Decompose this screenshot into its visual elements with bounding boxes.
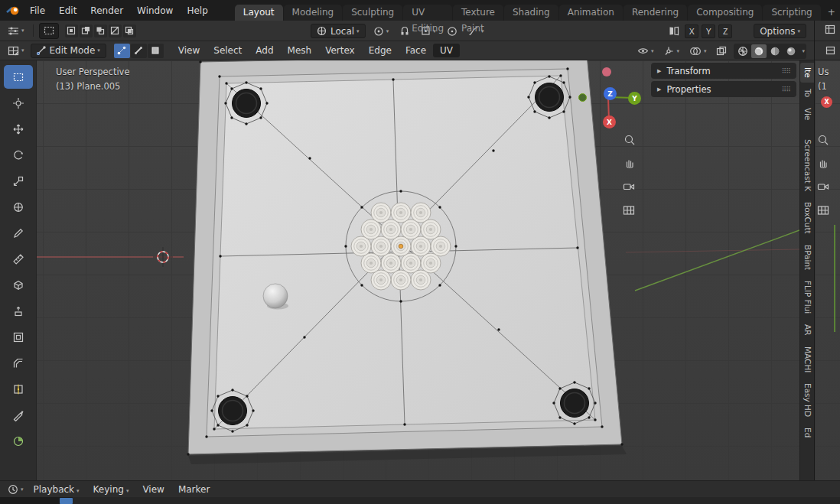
menu-edge[interactable]: Edge [362,44,399,57]
shading-wireframe-icon[interactable] [735,44,750,58]
select-mode-invert-icon[interactable] [109,24,122,37]
workspace-tab-sculpting[interactable]: Sculpting [343,5,402,21]
workspace-tab-layout[interactable]: Layout [235,5,283,21]
viewport-3d[interactable]: User Perspective (13) Plane.005 Z Y X ▶ … [0,60,799,480]
options-dropdown[interactable]: Options ▾ [754,24,806,38]
transform-orientation-dropdown[interactable]: Local ▾ [311,24,366,38]
menu-face[interactable]: Face [399,44,433,57]
tool-select-box[interactable] [4,65,33,89]
select-mode-intersect-icon[interactable] [123,24,136,37]
tool-annotate[interactable] [4,221,33,245]
blender-logo-icon[interactable] [6,5,20,16]
sidebar-tab-edit[interactable]: Ed [800,423,814,442]
menu-keying[interactable]: Keying▾ [86,483,136,496]
workspace-tab-compositing[interactable]: Compositing [688,5,762,21]
face-select-icon[interactable] [148,44,164,58]
sidebar-tab-tool[interactable]: To [800,84,814,102]
select-mode-subtract-icon[interactable] [94,24,107,37]
snap-toggle[interactable] [396,24,413,38]
workspace-tab-modeling[interactable]: Modeling [284,5,343,21]
right-area-header-icon[interactable] [825,46,835,55]
overlays-dropdown[interactable]: ▾ [686,44,710,58]
workspace-tab-rendering[interactable]: Rendering [623,5,687,21]
carrom-board[interactable] [187,60,623,456]
sidebar-tab-ar[interactable]: AR [800,320,814,340]
workspace-tab-uv-editing[interactable]: UV Editing [403,5,452,21]
camera-view-icon[interactable] [815,177,832,196]
pan-hand-icon[interactable] [815,154,832,172]
mirror-z-button[interactable]: Z [718,24,732,38]
xray-toggle[interactable] [713,44,730,58]
panel-grip-icon[interactable]: ⠿⠿ [782,86,790,93]
panel-properties[interactable]: ▶ Properties ⠿⠿ [651,81,796,97]
menu-vertex[interactable]: Vertex [318,44,362,57]
workspace-tab-animation[interactable]: Animation [559,5,623,21]
shading-solid-icon[interactable] [751,44,767,58]
mode-dropdown[interactable]: Edit Mode ▾ [31,44,106,58]
sidebar-tab-machin3[interactable]: MACHI [800,342,814,377]
tool-scale[interactable] [4,169,33,193]
tool-knife[interactable] [4,403,33,427]
selected-keyframe-marker[interactable] [60,498,73,504]
vertex-select-icon[interactable] [114,44,130,58]
gizmo-axis-x-neg[interactable] [602,67,611,76]
viewport-3d-right[interactable]: Us (1 X [815,60,840,480]
workspace-tab-texture-paint[interactable]: Texture Paint [453,5,503,21]
sidebar-tab-easyhdri[interactable]: Easy HD [800,379,814,421]
pivot-point-dropdown[interactable]: ▾ [370,24,392,38]
tool-measure[interactable] [4,247,33,271]
mirror-y-button[interactable]: Y [702,24,715,38]
gizmos-dropdown[interactable]: ▾ [660,44,682,58]
tool-spin[interactable] [4,429,33,453]
sidebar-tab-item[interactable]: Ite [800,63,814,83]
sidebar-tab-bpaint[interactable]: BPaint [800,240,814,275]
tool-extrude[interactable] [4,299,33,323]
gizmo-axis-x[interactable]: X [821,96,832,108]
sidebar-tab-view[interactable]: Vie [800,103,814,125]
edge-select-icon[interactable] [131,44,147,58]
menu-help[interactable]: Help [180,4,214,18]
tool-move[interactable] [4,117,33,141]
menu-window[interactable]: Window [130,4,180,18]
right-area-tool-icon[interactable] [825,24,835,34]
zoom-icon[interactable] [815,131,832,149]
timeline-scrub-strip[interactable] [0,497,840,504]
editor-type-viewport-dropdown[interactable]: ▾ [5,44,28,58]
workspace-tab-scripting[interactable]: Scripting [763,5,820,21]
zoom-icon[interactable] [620,131,639,149]
menu-render[interactable]: Render [83,4,130,18]
tool-bevel[interactable] [4,351,33,375]
menu-select[interactable]: Select [207,44,249,57]
sidebar-tab-screencast[interactable]: Screencast K [800,135,814,196]
gizmo-axis-z[interactable]: Z [604,87,617,100]
add-workspace-button[interactable]: + [822,5,840,21]
menu-mesh[interactable]: Mesh [281,44,319,57]
panel-grip-icon[interactable]: ⠿⠿ [782,67,790,75]
gizmo-axis-x[interactable]: X [603,115,616,128]
gizmo-axis-y-neg[interactable] [578,93,587,102]
menu-view[interactable]: View [171,44,207,57]
tool-inset-faces[interactable] [4,325,33,349]
gizmo-axis-y[interactable]: Y [628,92,641,105]
shading-material-icon[interactable] [767,44,783,58]
menu-playback[interactable]: Playback▾ [27,483,86,496]
mirror-x-button[interactable]: X [685,24,698,38]
workspace-tab-shading[interactable]: Shading [504,5,558,21]
menu-edit[interactable]: Edit [52,4,83,18]
menu-timeline-view[interactable]: View [135,483,171,496]
menu-marker[interactable]: Marker [171,483,217,496]
shading-rendered-icon[interactable] [783,44,799,58]
sidebar-tab-boxcutter[interactable]: BoxCutt [800,197,814,239]
tool-rotate[interactable] [4,143,33,167]
editor-type-tool-dropdown[interactable]: ▾ [5,24,28,38]
tool-cursor[interactable] [4,91,33,115]
menu-file[interactable]: File [23,4,52,18]
menu-uv[interactable]: UV [433,44,460,57]
panel-transform[interactable]: ▶ Transform ⠿⠿ [651,63,796,79]
tool-add-cube[interactable] [4,273,33,297]
sidebar-tab-flip-fluids[interactable]: FLIP Flui [800,276,814,318]
select-mode-extend-icon[interactable] [80,24,93,37]
area-divider[interactable] [814,21,815,497]
tool-transform[interactable] [4,195,33,219]
menu-add[interactable]: Add [249,44,280,57]
